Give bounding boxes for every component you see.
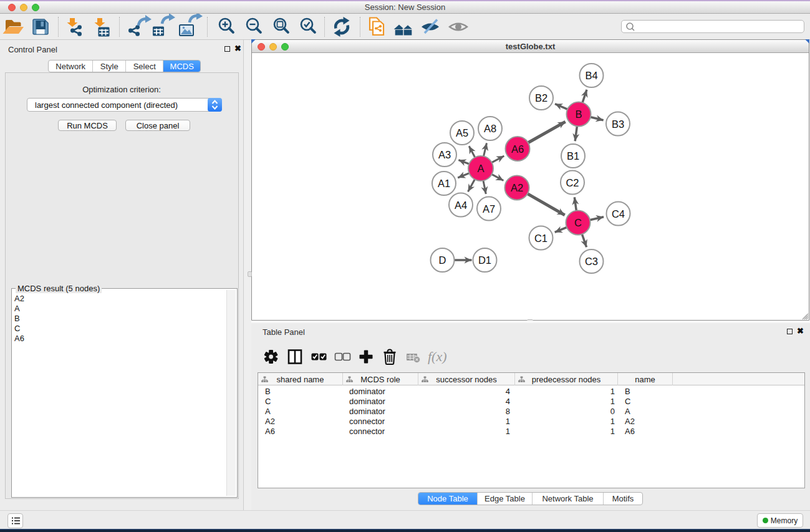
svg-text:f(x): f(x) [428,349,447,364]
